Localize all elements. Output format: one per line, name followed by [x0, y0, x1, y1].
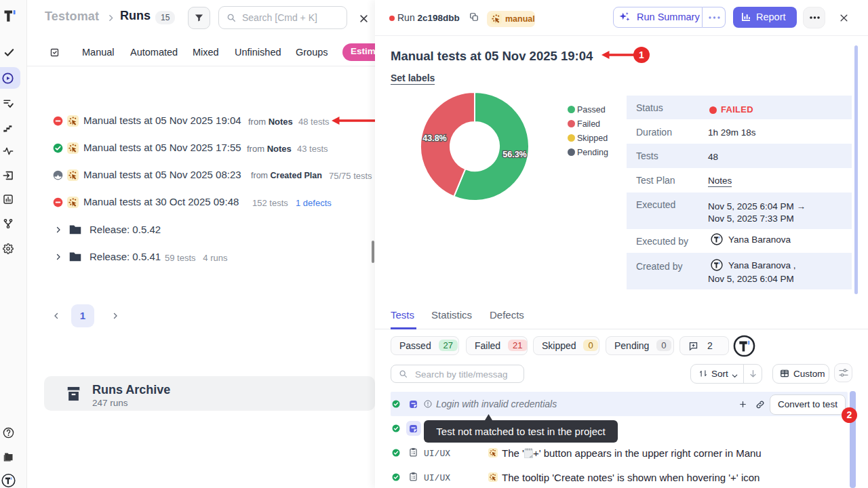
- svg-text:56.3%: 56.3%: [502, 150, 526, 159]
- svg-text:43.8%: 43.8%: [422, 134, 446, 143]
